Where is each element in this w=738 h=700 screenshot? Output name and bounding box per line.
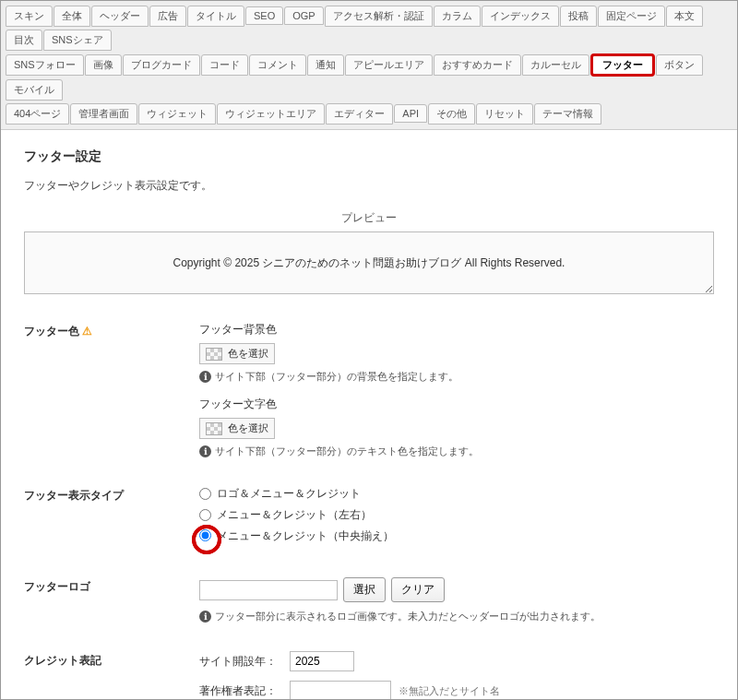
footer-type-option[interactable]: メニュー＆クレジット（中央揃え）: [199, 528, 714, 544]
footer-text-color-button[interactable]: 色を選択: [199, 418, 275, 439]
credit-author-note: ※無記入だとサイト名: [399, 684, 500, 698]
tab-カルーセル[interactable]: カルーセル: [522, 54, 589, 76]
tab-コメント[interactable]: コメント: [249, 54, 306, 76]
footer-bg-sublabel: フッター背景色: [199, 322, 714, 338]
tab-固定ページ[interactable]: 固定ページ: [598, 6, 665, 27]
tab-API[interactable]: API: [394, 104, 427, 123]
tab-ウィジェット[interactable]: ウィジェット: [138, 103, 216, 125]
tab-モバイル[interactable]: モバイル: [6, 79, 63, 101]
tab-SNSフォロー[interactable]: SNSフォロー: [6, 54, 84, 76]
info-icon: [199, 611, 215, 622]
credit-author-label: 著作権者表記：: [199, 683, 282, 699]
tab-テーマ情報[interactable]: テーマ情報: [534, 103, 601, 125]
footer-text-sublabel: フッター文字色: [199, 397, 714, 412]
checker-swatch-icon: [206, 348, 222, 361]
footer-type-label: フッター表示タイプ: [24, 486, 199, 550]
tab-ブログカード[interactable]: ブログカード: [123, 54, 200, 76]
footer-logo-label: フッターロゴ: [24, 577, 199, 623]
footer-type-option[interactable]: メニュー＆クレジット（左右）: [199, 507, 714, 523]
tab-nav: スキン全体ヘッダー広告タイトルSEOOGPアクセス解析・認証カラムインデックス投…: [1, 1, 737, 130]
tab-画像[interactable]: 画像: [85, 54, 122, 76]
footer-text-hint: サイト下部（フッター部分）のテキスト色を指定します。: [199, 445, 714, 458]
preview-box: Copyright © 2025 シニアのためのネット問題お助けブログ All …: [24, 231, 714, 294]
footer-logo-select-button[interactable]: 選択: [343, 577, 386, 602]
footer-bg-color-button[interactable]: 色を選択: [199, 343, 275, 364]
section-heading: フッター設定: [24, 148, 714, 165]
tab-目次[interactable]: 目次: [6, 30, 42, 51]
tab-投稿[interactable]: 投稿: [560, 6, 597, 27]
credit-author-input[interactable]: [290, 681, 391, 700]
tab-通知[interactable]: 通知: [307, 54, 344, 76]
tab-タイトル[interactable]: タイトル: [187, 6, 244, 27]
tab-アピールエリア[interactable]: アピールエリア: [345, 54, 433, 76]
footer-logo-clear-button[interactable]: クリア: [391, 577, 445, 602]
tab-ウィジェットエリア[interactable]: ウィジェットエリア: [217, 103, 325, 125]
info-icon: [199, 445, 215, 457]
footer-bg-hint: サイト下部（フッター部分）の背景色を指定します。: [199, 370, 714, 384]
tab-全体[interactable]: 全体: [54, 6, 90, 27]
preview-text: Copyright © 2025 シニアのためのネット問題お助けブログ All …: [173, 255, 565, 271]
footer-logo-hint: フッター部分に表示されるロゴ画像です。未入力だとヘッダーロゴが出力されます。: [199, 610, 714, 623]
footer-type-option[interactable]: ロゴ＆メニュー＆クレジット: [199, 486, 714, 502]
tab-インデックス[interactable]: インデックス: [482, 6, 559, 27]
tab-ボタン[interactable]: ボタン: [656, 54, 703, 76]
tab-エディター[interactable]: エディター: [326, 103, 393, 125]
footer-logo-input[interactable]: [199, 580, 338, 600]
tab-OGP[interactable]: OGP: [284, 6, 323, 25]
tab-管理者画面[interactable]: 管理者画面: [70, 103, 137, 125]
checker-swatch-icon: [206, 422, 222, 435]
footer-color-label: フッター色 ⚠: [24, 322, 199, 458]
section-description: フッターやクレジット表示設定です。: [24, 178, 714, 194]
tab-スキン[interactable]: スキン: [6, 6, 53, 27]
tab-その他[interactable]: その他: [428, 103, 475, 125]
tab-SEO[interactable]: SEO: [245, 6, 283, 25]
tab-おすすめカード[interactable]: おすすめカード: [434, 54, 521, 76]
credit-year-label: サイト開設年：: [199, 654, 282, 670]
info-icon: [199, 371, 215, 382]
tab-ヘッダー[interactable]: ヘッダー: [91, 6, 149, 27]
tab-フッター[interactable]: フッター: [590, 53, 655, 77]
credit-label: クレジット表記: [24, 651, 199, 700]
credit-year-input[interactable]: [290, 651, 354, 671]
tab-404ページ[interactable]: 404ページ: [6, 103, 69, 125]
tab-リセット[interactable]: リセット: [476, 103, 533, 125]
tab-本文[interactable]: 本文: [666, 6, 703, 27]
preview-label: プレビュー: [24, 210, 714, 226]
tab-広告[interactable]: 広告: [149, 6, 186, 27]
tab-コード[interactable]: コード: [201, 54, 248, 76]
warning-icon: ⚠: [82, 325, 92, 338]
tab-カラム[interactable]: カラム: [434, 6, 481, 27]
tab-SNSシェア[interactable]: SNSシェア: [43, 30, 112, 51]
tab-アクセス解析・認証[interactable]: アクセス解析・認証: [325, 6, 433, 27]
